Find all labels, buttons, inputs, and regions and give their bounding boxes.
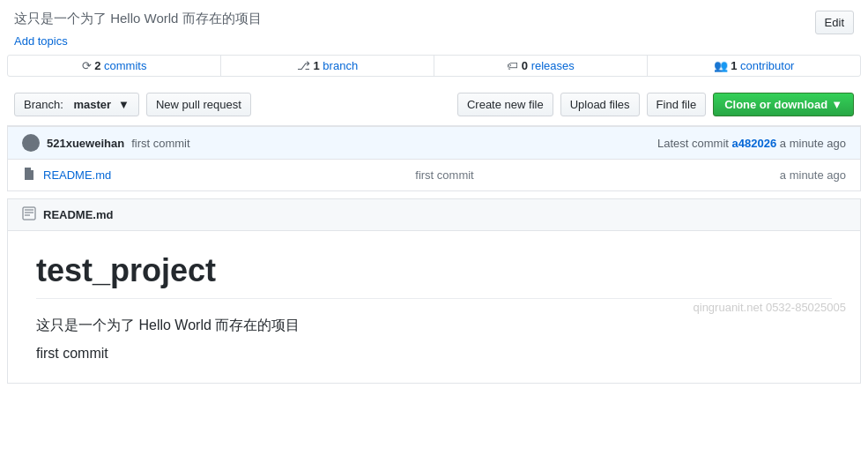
readme-header: README.md: [7, 198, 861, 230]
commit-info: Latest commit a482026 a minute ago: [657, 137, 846, 150]
readme-filename: README.md: [43, 208, 113, 221]
table-row: README.md first commit a minute ago: [8, 160, 860, 190]
releases-label: releases: [531, 59, 575, 72]
contributors-link[interactable]: 1 contributor: [731, 59, 794, 72]
tag-icon: 🏷: [507, 59, 518, 72]
new-pull-request-button[interactable]: New pull request: [146, 93, 251, 116]
branch-selector[interactable]: Branch: master ▼: [14, 93, 139, 116]
file-commit-message: first commit: [244, 168, 646, 182]
readme-icon: [22, 206, 36, 223]
commits-count: 2: [94, 59, 100, 72]
add-topics-link[interactable]: Add topics: [14, 34, 68, 48]
file-list: README.md first commit a minute ago: [8, 160, 860, 190]
readme-description: 这只是一个为了 Hello World 而存在的项目: [36, 317, 832, 335]
commits-icon: ⟳: [82, 59, 92, 72]
commit-author-name[interactable]: 521xueweihan: [47, 137, 124, 150]
readme-title: test_project: [36, 252, 832, 299]
find-file-button[interactable]: Find file: [647, 93, 707, 116]
latest-commit-label: Latest commit: [657, 137, 729, 150]
branches-count: 1: [314, 59, 320, 72]
branch-label: Branch:: [24, 98, 63, 111]
commits-label: commits: [104, 59, 146, 72]
file-icon: [22, 167, 36, 183]
commit-author-section: 521xueweihan first commit: [22, 134, 190, 152]
svg-point-0: [27, 137, 34, 144]
clone-label: Clone or download: [724, 98, 827, 111]
repo-description: 这只是一个为了 Hello World 而存在的项目: [14, 11, 854, 27]
commit-sha[interactable]: a482026: [732, 137, 777, 150]
contributors-icon: 👥: [714, 59, 728, 72]
svg-rect-1: [23, 207, 35, 220]
file-name-link[interactable]: README.md: [43, 168, 244, 182]
branches-link[interactable]: 1 branch: [314, 59, 359, 72]
watermark-text: qingruanit.net 0532-85025005: [694, 301, 846, 314]
edit-button[interactable]: Edit: [815, 11, 854, 34]
chevron-down-icon: ▼: [118, 98, 130, 111]
readme-commit-message: first commit: [36, 346, 832, 362]
commit-message: first commit: [131, 137, 189, 150]
readme-body: test_project 这只是一个为了 Hello World 而存在的项目 …: [7, 230, 861, 384]
clone-or-download-button[interactable]: Clone or download ▼: [713, 93, 854, 116]
contributors-label: contributor: [740, 59, 794, 72]
repo-toolbar: Branch: master ▼ New pull request Create…: [0, 84, 868, 125]
branches-label: branch: [323, 59, 358, 72]
avatar: [22, 134, 40, 152]
branch-icon: ⎇: [297, 59, 310, 72]
commits-link[interactable]: 2 commits: [94, 59, 146, 72]
chevron-down-icon: ▼: [831, 98, 842, 111]
contributors-stat[interactable]: 👥 1 contributor: [648, 56, 860, 76]
releases-link[interactable]: 0 releases: [522, 59, 575, 72]
file-commit-time: a minute ago: [645, 168, 846, 182]
branches-stat[interactable]: ⎇ 1 branch: [221, 56, 434, 76]
commits-stat[interactable]: ⟳ 2 commits: [8, 56, 221, 76]
upload-files-button[interactable]: Upload files: [560, 93, 640, 116]
branch-name: master: [73, 98, 111, 111]
create-new-file-button[interactable]: Create new file: [457, 93, 553, 116]
releases-stat[interactable]: 🏷 0 releases: [434, 56, 648, 76]
releases-count: 0: [522, 59, 528, 72]
latest-commit-bar: 521xueweihan first commit Latest commit …: [8, 126, 860, 160]
contributors-count: 1: [731, 59, 737, 72]
commit-time: a minute ago: [780, 137, 846, 150]
